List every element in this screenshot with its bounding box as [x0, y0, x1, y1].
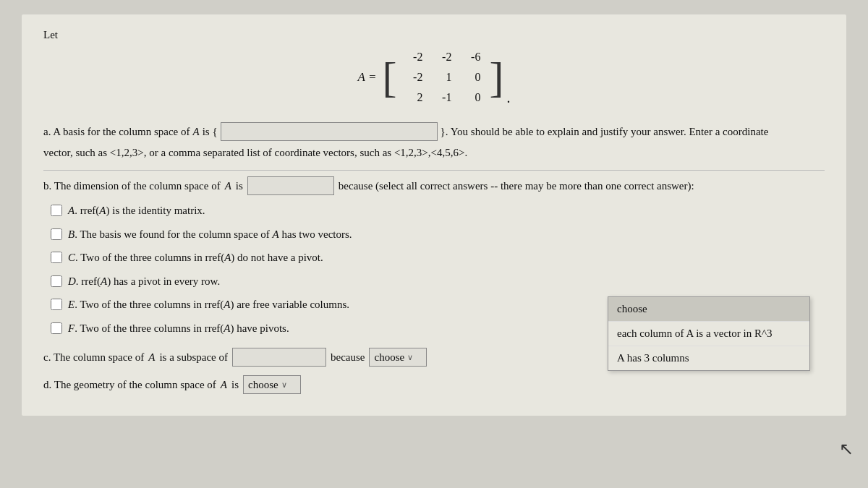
part-c-label2: is a subspace of: [159, 351, 228, 364]
option-a-item: A. rref(A) is the identity matrix.: [43, 202, 825, 219]
option-b-checkbox[interactable]: [51, 228, 62, 240]
part-d: d. The geometry of the column space of A…: [43, 375, 825, 394]
option-d-checkbox[interactable]: [51, 275, 62, 287]
part-a-label3: }. You should be able to explain and jus…: [441, 123, 769, 140]
matrix-cell-2-1: -1: [428, 91, 457, 104]
matrix-cell-2-2: 0: [457, 91, 486, 104]
matrix-cell-0-1: -2: [428, 51, 457, 64]
part-d-label1: d. The geometry of the column space of: [43, 379, 216, 391]
part-b-label1: b. The dimension of the column space of: [43, 180, 221, 192]
part-c-choose-dropdown[interactable]: choose ∨: [369, 348, 427, 367]
part-a-label4: vector, such as <1,2,3>, or a comma sepa…: [43, 147, 467, 158]
bracket-left: [: [382, 56, 396, 99]
part-ef-section: E. Two of the three columns in rref(A) a…: [43, 296, 825, 336]
option-f-checkbox[interactable]: [51, 322, 62, 334]
part-b-label2: is: [236, 180, 243, 192]
dropdown-item-option2[interactable]: A has 3 columns: [608, 346, 809, 370]
option-e-checkbox[interactable]: [51, 299, 62, 310]
part-d-choose-label: choose: [248, 379, 278, 391]
option-e-label: E. Two of the three columns in rref(A) a…: [68, 296, 349, 313]
matrix-cell-0-0: -2: [399, 51, 428, 64]
part-a: a. A basis for the column space of A is …: [43, 122, 825, 161]
option-d-item: D. rref(A) has a pivot in every row.: [43, 273, 825, 290]
part-b-var-A: A: [225, 180, 231, 192]
matrix-dot: .: [506, 90, 510, 108]
part-b-input[interactable]: [247, 176, 334, 195]
et-label: Let: [43, 29, 825, 41]
part-a-input[interactable]: [221, 122, 438, 141]
part-a-label1: a. A basis for the column space of: [43, 123, 190, 140]
part-c-chevron-icon: ∨: [407, 353, 413, 362]
matrix-label: A =: [358, 70, 377, 85]
matrix-grid: -2 -2 -6 -2 1 0 2 -1 0: [399, 47, 486, 108]
option-c-label: C. Two of the three columns in rref(A) d…: [68, 249, 323, 266]
option-a-label: A. rref(A) is the identity matrix.: [68, 202, 205, 219]
part-b-label3: because (select all correct answers -- t…: [339, 180, 694, 192]
matrix-cell-1-2: 0: [457, 71, 486, 84]
option-b-label: B. The basis we found for the column spa…: [68, 226, 352, 243]
matrix-cell-1-1: 1: [428, 71, 457, 84]
option-b-item: B. The basis we found for the column spa…: [43, 226, 825, 243]
part-d-chevron-icon: ∨: [281, 380, 287, 390]
part-c-choose-label: choose: [374, 351, 404, 364]
part-c-label1: c. The column space of: [43, 351, 144, 364]
part-c-subspace-input[interactable]: [232, 348, 326, 367]
dropdown-item-option1[interactable]: each column of A is a vector in R^3: [608, 322, 809, 346]
part-b: b. The dimension of the column space of …: [43, 176, 825, 336]
matrix-cell-2-0: 2: [399, 91, 428, 104]
option-c-item: C. Two of the three columns in rref(A) d…: [43, 249, 825, 266]
part-d-choose-dropdown[interactable]: choose ∨: [243, 375, 301, 394]
option-f-label: F. Two of the three columns in rref(A) h…: [68, 320, 289, 337]
option-d-label: D. rref(A) has a pivot in every row.: [68, 273, 220, 290]
part-a-label2: is {: [203, 123, 218, 140]
part-c-label3: because: [331, 351, 365, 364]
dropdown-popup: choose each column of A is a vector in R…: [608, 296, 810, 371]
part-a-var-A: A: [192, 123, 199, 140]
bracket-right: ]: [489, 56, 503, 99]
part-d-label2: is: [231, 379, 239, 391]
matrix-cell-1-0: -2: [399, 71, 428, 84]
matrix-cell-0-2: -6: [457, 51, 486, 64]
cursor-arrow: ↖: [839, 439, 854, 459]
option-c-checkbox[interactable]: [51, 252, 62, 263]
part-d-var-A: A: [221, 379, 227, 391]
option-a-checkbox[interactable]: [51, 205, 62, 216]
part-c-var-A: A: [148, 351, 155, 364]
matrix-section: A = [ -2 -2 -6 -2 1 0 2 -1 0 ]: [43, 47, 825, 108]
dropdown-item-choose[interactable]: choose: [608, 297, 809, 322]
